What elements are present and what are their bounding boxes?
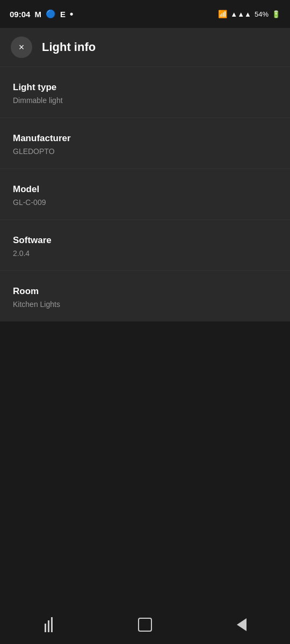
model-item: Model GL-C-009: [0, 169, 290, 220]
info-content: Light type Dimmable light Manufacturer G…: [0, 67, 290, 321]
model-value: GL-C-009: [13, 198, 277, 207]
back-button[interactable]: [220, 611, 263, 638]
battery-level: 54%: [255, 10, 269, 18]
home-icon: [138, 618, 152, 632]
nav-bar: [0, 605, 290, 644]
empty-space: [0, 321, 290, 644]
model-label: Model: [13, 184, 277, 195]
room-item: Room Kitchen Lights: [0, 271, 290, 321]
recents-button[interactable]: [27, 611, 70, 638]
light-type-item: Light type Dimmable light: [0, 67, 290, 118]
software-label: Software: [13, 235, 277, 246]
battery-icon: 🔋: [272, 10, 280, 18]
app-icon-e: E: [60, 10, 66, 19]
room-label: Room: [13, 286, 277, 297]
software-item: Software 2.0.4: [0, 220, 290, 271]
status-time: 09:04: [10, 10, 30, 19]
close-button[interactable]: ×: [11, 36, 32, 58]
manufacturer-value: GLEDOPTO: [13, 147, 277, 156]
manufacturer-item: Manufacturer GLEDOPTO: [0, 118, 290, 169]
status-bar: 09:04 M 🔵 E • 📶 ▲▲▲ 54% 🔋: [0, 0, 290, 28]
back-icon: [237, 618, 247, 631]
room-value: Kitchen Lights: [13, 300, 277, 309]
light-type-value: Dimmable light: [13, 96, 277, 105]
home-button[interactable]: [124, 611, 166, 638]
gmail-icon: M: [34, 10, 41, 19]
software-value: 2.0.4: [13, 249, 277, 258]
manufacturer-label: Manufacturer: [13, 133, 277, 144]
wifi-icon: 📶: [218, 10, 227, 18]
light-type-label: Light type: [13, 82, 277, 93]
status-bar-right: 📶 ▲▲▲ 54% 🔋: [218, 10, 280, 18]
app-header: × Light info: [0, 28, 290, 67]
signal-icon: ▲▲▲: [230, 10, 251, 18]
close-icon: ×: [19, 42, 25, 52]
recents-icon: [45, 617, 53, 632]
messenger-icon: 🔵: [46, 9, 56, 19]
page-title: Light info: [42, 40, 96, 54]
dot-indicator: •: [70, 12, 73, 17]
status-bar-left: 09:04 M 🔵 E •: [10, 9, 73, 19]
